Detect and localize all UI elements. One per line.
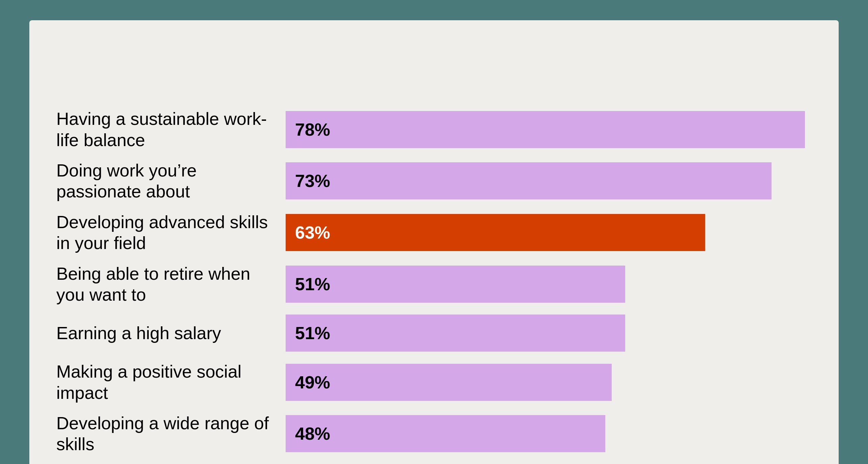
bar-track: 63%	[286, 214, 805, 251]
bar-fill: 73%	[286, 162, 772, 199]
bar-fill: 48%	[286, 415, 605, 452]
bar-track: 48%	[286, 415, 805, 452]
bar-label: Developing advanced skills in your field	[56, 212, 286, 254]
chart-container: Having a sustainable work-life balance78…	[29, 20, 839, 464]
bar-value: 48%	[295, 424, 330, 444]
bar-fill: 78%	[286, 111, 805, 148]
bar-track: 51%	[286, 266, 805, 303]
bar-label: Being able to retire when you want to	[56, 263, 286, 305]
bar-value: 49%	[295, 372, 330, 392]
bar-row: Earning a high salary51%	[56, 315, 805, 352]
bar-row: Developing a wide range of skills48%	[56, 413, 805, 455]
bar-label: Earning a high salary	[56, 323, 286, 344]
bar-value: 51%	[295, 274, 330, 294]
bar-label: Having a sustainable work-life balance	[56, 108, 286, 151]
bar-value: 63%	[295, 222, 330, 243]
bar-label: Making a positive social impact	[56, 361, 286, 403]
bar-fill: 49%	[286, 364, 612, 401]
bar-fill: 63%	[286, 214, 705, 251]
bar-track: 51%	[286, 315, 805, 352]
bar-fill: 51%	[286, 315, 625, 352]
bar-row: Having a sustainable work-life balance78…	[56, 108, 805, 151]
bar-fill: 51%	[286, 266, 625, 303]
bar-row: Being able to retire when you want to51%	[56, 263, 805, 305]
bar-track: 73%	[286, 162, 805, 199]
bar-row: Doing work you’re passionate about73%	[56, 160, 805, 202]
bar-value: 51%	[295, 323, 330, 343]
bar-row: Making a positive social impact49%	[56, 361, 805, 403]
bar-track: 78%	[286, 111, 805, 148]
bars-section: Having a sustainable work-life balance78…	[56, 108, 805, 464]
bar-value: 78%	[295, 119, 330, 140]
bar-label: Doing work you’re passionate about	[56, 160, 286, 202]
bar-label: Developing a wide range of skills	[56, 413, 286, 455]
bar-row: Developing advanced skills in your field…	[56, 212, 805, 254]
bar-track: 49%	[286, 364, 805, 401]
chart-title	[56, 47, 427, 81]
bar-value: 73%	[295, 171, 330, 191]
